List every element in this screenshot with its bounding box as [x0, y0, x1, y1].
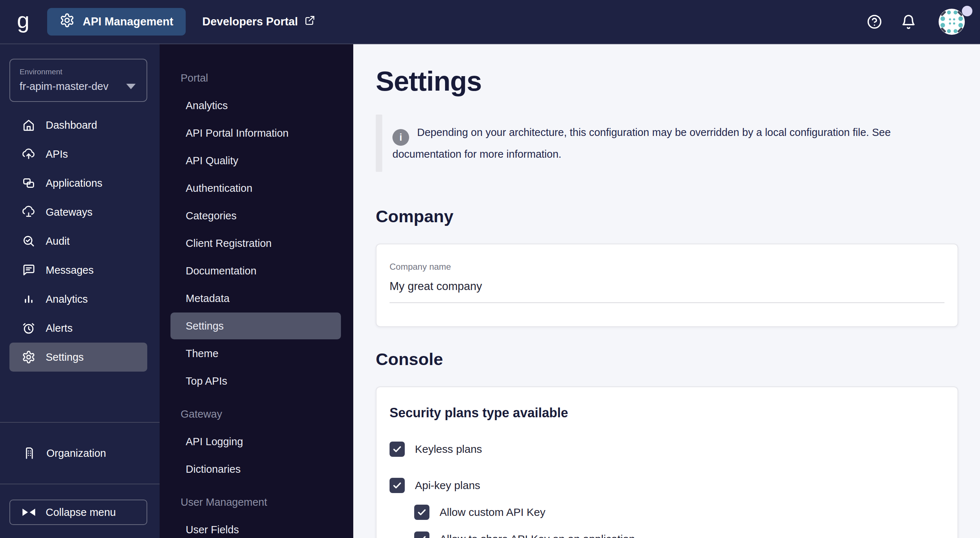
subnav-item-top-apis[interactable]: Top APIs: [159, 367, 353, 395]
collapse-icon: [22, 509, 37, 516]
help-button[interactable]: [866, 13, 883, 30]
alarm-clock-icon: [22, 321, 35, 335]
sidebar-item-audit[interactable]: Audit: [0, 227, 159, 256]
topbar: g API Management Developers Portal: [0, 0, 980, 44]
subnav-item-documentation[interactable]: Documentation: [159, 257, 353, 285]
bell-icon: [900, 26, 917, 31]
sidebar-item-label: Audit: [46, 235, 70, 247]
page-title: Settings: [376, 66, 958, 97]
sidebar-item-analytics[interactable]: Analytics: [0, 285, 159, 314]
subnav-item-client-registration[interactable]: Client Registration: [159, 230, 353, 257]
environment-label: Environment: [19, 67, 137, 76]
subnav-item-user-fields[interactable]: User Fields: [159, 516, 353, 538]
home-icon: [22, 118, 35, 132]
subnav-item-api-logging[interactable]: API Logging: [159, 428, 353, 455]
company-name-underline: [390, 302, 945, 303]
sidebar-divider: [0, 484, 159, 484]
checkbox-checked-icon[interactable]: [414, 505, 430, 520]
sidebar-item-label: Dashboard: [46, 119, 97, 131]
subnav-item-metadata[interactable]: Metadata: [159, 285, 353, 312]
subnav-section-gateway: Gateway: [159, 400, 353, 428]
primary-nav: Dashboard APIs Applications Gateways Aud…: [0, 111, 159, 371]
body-row: Environment fr-apim-master-dev Dashboard…: [0, 44, 980, 538]
developers-portal-link[interactable]: Developers Portal: [202, 15, 315, 29]
api-management-label: API Management: [83, 15, 173, 28]
api-management-button[interactable]: API Management: [47, 8, 186, 35]
checkbox-checked-icon[interactable]: [390, 478, 405, 493]
secondary-sidebar: Portal Analytics API Portal Information …: [159, 44, 353, 538]
checkbox-row-keyless-plans[interactable]: Keyless plans: [390, 441, 945, 457]
checkbox-row-allow-share-api-key[interactable]: Allow to share API Key on an application: [414, 532, 945, 538]
checkbox-checked-icon[interactable]: [414, 532, 430, 538]
sidebar-item-messages[interactable]: Messages: [0, 256, 159, 285]
subnav-item-categories[interactable]: Categories: [159, 202, 353, 230]
sidebar-item-gateways[interactable]: Gateways: [0, 198, 159, 227]
sidebar-item-label: Organization: [46, 448, 106, 459]
company-card: Company name My great company: [376, 244, 958, 327]
subnav-section-user-management: User Management: [159, 488, 353, 516]
applications-icon: [22, 176, 35, 190]
avatar-identicon: [938, 8, 966, 35]
checkbox-row-allow-custom-api-key[interactable]: Allow custom API Key: [414, 505, 945, 520]
subnav-section-portal: Portal: [159, 64, 353, 92]
company-name-label: Company name: [390, 262, 945, 272]
building-icon: [22, 446, 36, 460]
avatar-status-badge: [962, 6, 972, 16]
subnav-item-api-portal-information[interactable]: API Portal Information: [159, 119, 353, 147]
bar-chart-icon: [22, 292, 35, 306]
sidebar-item-label: Settings: [46, 351, 84, 363]
gear-icon: [59, 13, 75, 31]
subnav-item-api-quality[interactable]: API Quality: [159, 147, 353, 175]
checkbox-label: Api-key plans: [415, 479, 480, 492]
sidebar-item-label: Analytics: [46, 293, 88, 305]
user-avatar[interactable]: [938, 8, 966, 35]
help-circle-icon: [866, 26, 883, 31]
sidebar-item-apis[interactable]: APIs: [0, 140, 159, 168]
checkbox-row-api-key-plans[interactable]: Api-key plans: [390, 478, 945, 493]
sidebar-item-organization[interactable]: Organization: [0, 423, 159, 484]
info-banner-bar: [376, 114, 382, 172]
notifications-button[interactable]: [900, 13, 917, 30]
subnav-item-analytics[interactable]: Analytics: [159, 92, 353, 119]
sidebar-item-applications[interactable]: Applications: [0, 168, 159, 198]
primary-sidebar: Environment fr-apim-master-dev Dashboard…: [0, 44, 159, 538]
subnav-item-theme[interactable]: Theme: [159, 340, 353, 367]
subnav-item-dictionaries[interactable]: Dictionaries: [159, 455, 353, 483]
checkbox-label: Keyless plans: [415, 443, 482, 455]
gear-icon: [22, 350, 35, 364]
sidebar-item-label: Alerts: [46, 322, 73, 334]
cloud-gateway-icon: [22, 205, 35, 219]
chevron-down-icon: [126, 84, 136, 89]
sidebar-item-label: Gateways: [46, 206, 92, 218]
checkbox-checked-icon[interactable]: [390, 441, 405, 457]
subnav-item-authentication[interactable]: Authentication: [159, 175, 353, 202]
checkbox-label: Allow to share API Key on an application: [439, 533, 635, 538]
sidebar-spacer: [0, 371, 159, 422]
checkbox-label: Allow custom API Key: [439, 506, 546, 519]
sidebar-item-alerts[interactable]: Alerts: [0, 314, 159, 343]
main-content: Settings iDepending on your architecture…: [353, 44, 980, 538]
app-root: g API Management Developers Portal: [0, 0, 980, 538]
company-name-input[interactable]: My great company: [390, 280, 945, 293]
environment-selector[interactable]: Environment fr-apim-master-dev: [10, 59, 147, 102]
sidebar-item-dashboard[interactable]: Dashboard: [0, 111, 159, 140]
sidebar-item-settings[interactable]: Settings: [10, 343, 147, 371]
topbar-actions: [866, 8, 966, 35]
sidebar-item-label: APIs: [46, 148, 68, 160]
environment-value: fr-apim-master-dev: [19, 81, 108, 92]
sidebar-item-label: Messages: [46, 264, 94, 276]
info-icon: i: [393, 129, 409, 146]
gravitee-logo[interactable]: g: [13, 9, 33, 32]
console-section-title: Console: [376, 349, 958, 369]
info-banner: iDepending on your architecture, this co…: [376, 114, 958, 172]
developers-portal-label: Developers Portal: [202, 15, 298, 28]
sidebar-item-label: Applications: [46, 177, 102, 189]
company-section-title: Company: [376, 206, 958, 226]
cloud-upload-icon: [22, 147, 35, 161]
external-link-icon: [304, 15, 315, 29]
collapse-menu-label: Collapse menu: [46, 506, 116, 519]
subnav-item-settings[interactable]: Settings: [170, 313, 341, 339]
collapse-menu-button[interactable]: Collapse menu: [10, 500, 147, 525]
search-check-icon: [22, 234, 35, 248]
console-card: Security plans type available Keyless pl…: [376, 386, 958, 538]
